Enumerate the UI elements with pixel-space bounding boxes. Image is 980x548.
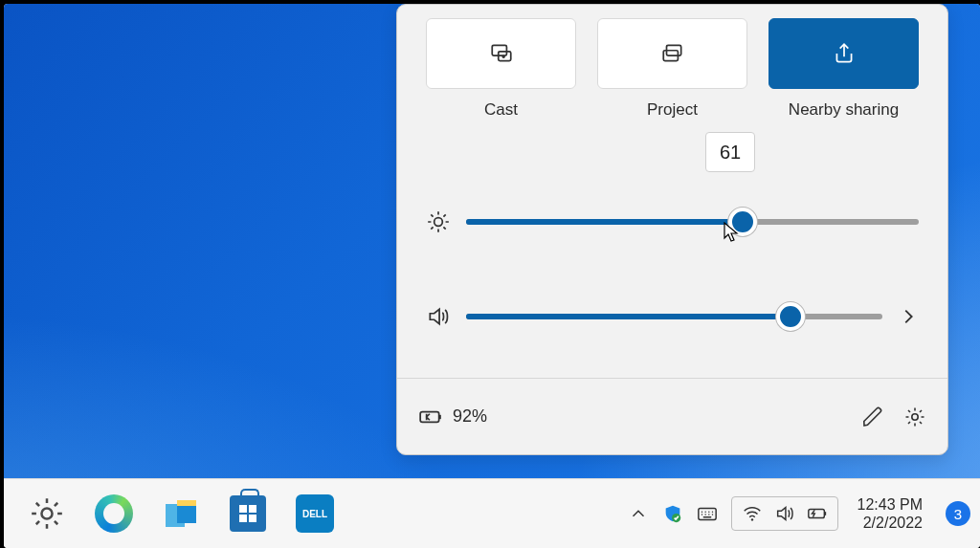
file-explorer-icon <box>162 494 200 533</box>
nearby-sharing-label: Nearby sharing <box>768 100 919 120</box>
nearby-sharing-tile[interactable] <box>768 18 919 89</box>
settings-app-button[interactable] <box>21 488 73 539</box>
battery-icon <box>418 405 443 429</box>
cast-label: Cast <box>426 100 576 120</box>
brightness-tooltip: 61 <box>705 132 755 172</box>
windows-security-icon[interactable] <box>662 503 683 524</box>
battery-status[interactable]: 92% <box>418 405 487 429</box>
brightness-slider-thumb[interactable] <box>728 208 757 236</box>
taskbar: DELL 12:43 PM 2/2/2022 3 <box>4 478 980 548</box>
microsoft-store-app-button[interactable] <box>222 488 274 539</box>
notification-badge[interactable]: 3 <box>946 501 970 526</box>
tray-battery-icon <box>807 503 828 524</box>
svg-point-15 <box>750 518 752 520</box>
svg-point-8 <box>912 413 918 419</box>
cast-tile[interactable] <box>426 18 576 89</box>
svg-rect-17 <box>824 512 826 515</box>
svg-point-9 <box>41 508 52 518</box>
touch-keyboard-icon[interactable] <box>697 503 718 524</box>
microsoft-store-icon <box>230 495 266 532</box>
project-tile[interactable] <box>597 18 747 89</box>
svg-rect-0 <box>492 45 506 55</box>
svg-rect-7 <box>439 414 441 418</box>
dell-icon: DELL <box>296 494 334 533</box>
volume-slider-thumb[interactable] <box>776 302 805 331</box>
tray-volume-icon <box>774 503 795 524</box>
volume-flyout-chevron-icon[interactable] <box>898 306 919 327</box>
volume-slider[interactable] <box>466 314 882 319</box>
edit-icon[interactable] <box>861 406 884 428</box>
taskbar-date: 2/2/2022 <box>858 514 923 532</box>
project-label: Project <box>597 100 747 120</box>
project-icon <box>660 41 685 66</box>
volume-icon <box>426 304 451 329</box>
dell-app-button[interactable]: DELL <box>289 488 341 539</box>
network-volume-battery-button[interactable] <box>731 496 838 531</box>
tray-overflow-chevron-icon[interactable] <box>628 503 649 524</box>
file-explorer-app-button[interactable] <box>155 488 207 539</box>
cast-icon <box>489 41 514 66</box>
svg-rect-14 <box>698 509 715 520</box>
edge-icon <box>95 494 133 533</box>
svg-rect-12 <box>177 500 196 506</box>
wifi-icon <box>742 503 763 524</box>
brightness-slider[interactable] <box>466 219 919 225</box>
settings-gear-icon[interactable] <box>903 406 926 428</box>
battery-percent: 92% <box>453 406 487 427</box>
svg-rect-16 <box>808 509 824 517</box>
svg-point-2 <box>502 55 504 57</box>
edge-app-button[interactable] <box>88 488 140 539</box>
svg-rect-6 <box>420 411 439 422</box>
taskbar-clock[interactable]: 12:43 PM 2/2/2022 <box>858 495 923 532</box>
system-tray: 12:43 PM 2/2/2022 3 <box>628 495 970 532</box>
taskbar-time: 12:43 PM <box>858 495 923 514</box>
share-icon <box>832 41 857 66</box>
brightness-icon <box>426 209 451 234</box>
svg-point-5 <box>434 218 443 227</box>
quick-settings-panel: Cast Project Nearby sharing 92% <box>396 4 948 455</box>
